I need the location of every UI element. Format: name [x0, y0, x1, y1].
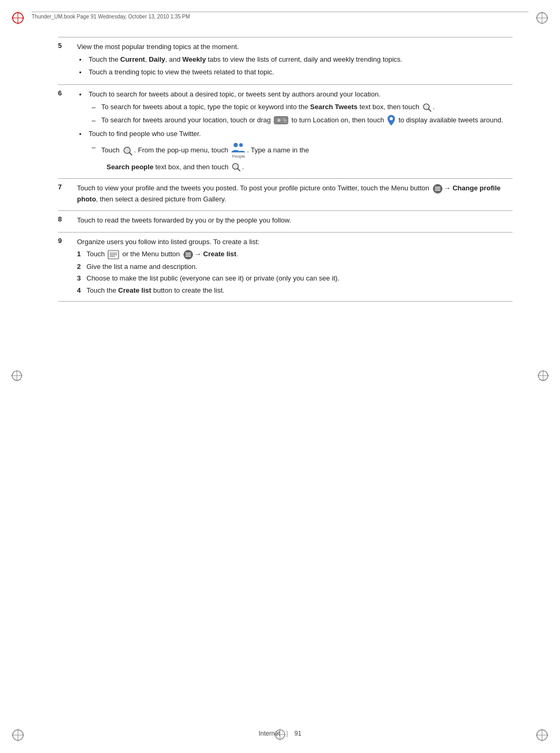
row6-bullet2: • Touch to find people who use Twitter. — [79, 129, 513, 140]
row6-subitem2: – To search for tweets around your locat… — [92, 115, 513, 126]
content-table: 5 View the most popular trending topics … — [58, 37, 513, 302]
nested-num-2: 2 — [77, 262, 84, 272]
svg-point-15 — [277, 119, 281, 122]
sub-dash: – — [92, 142, 99, 153]
nested-num-3: 3 — [77, 273, 84, 284]
row-number-8: 8 — [58, 211, 73, 233]
nested-item-3: 3 Choose to make the list public (everyo… — [77, 273, 513, 284]
reg-mark-right — [536, 369, 551, 385]
row6-people-subitem2: Search people text box, and then touch . — [107, 162, 513, 172]
row-content-7: Touch to view your profile and the tweet… — [73, 179, 513, 211]
svg-point-23 — [239, 143, 243, 147]
row6-subitem1-text: To search for tweets about a topic, type… — [101, 102, 435, 112]
bullet-dot: • — [79, 129, 86, 140]
row6-people-search-text: Search people text box, and then touch . — [107, 163, 244, 171]
row8-text: Touch to read the tweets forwarded by yo… — [77, 215, 513, 226]
bullet-dot: • — [79, 55, 86, 65]
row6-subitem2-text: To search for tweets around your locatio… — [101, 115, 503, 126]
row6-bullet1-text: Touch to search for tweets about a desir… — [89, 89, 381, 100]
row-content-9: Organize users you follow into listed gr… — [73, 232, 513, 302]
row6-subitem1: – To search for tweets about a topic, ty… — [92, 102, 513, 113]
corner-mark-tl — [9, 9, 26, 26]
sub-dash: – — [92, 115, 99, 126]
list-icon — [108, 250, 119, 259]
table-row: 8 Touch to read the tweets forwarded by … — [58, 211, 513, 233]
row-number-6: 6 — [58, 84, 73, 179]
row-content-8: Touch to read the tweets forwarded by yo… — [73, 211, 513, 233]
nested-item-2: 2 Give the list a name and description. — [77, 262, 513, 272]
bullet-dot: • — [79, 90, 86, 100]
footer-page-number: 91 — [294, 730, 301, 737]
row5-bullet1-text: Touch the Current, Daily, and Weekly tab… — [89, 54, 402, 65]
svg-point-22 — [234, 143, 238, 147]
nested-num-4: 4 — [77, 285, 84, 296]
table-row: 6 • Touch to search for tweets about a d… — [58, 84, 513, 179]
nested-item-1-text: Touch or the Menu button — [86, 249, 238, 260]
nested-item-4: 4 Touch the Create list button to create… — [77, 285, 513, 296]
row7-text: Touch to view your profile and the tweet… — [77, 183, 513, 204]
sub-dash: – — [92, 102, 99, 113]
search-icon — [422, 103, 432, 112]
people-icon-label: People — [232, 153, 245, 160]
row-content-6: • Touch to search for tweets about a des… — [73, 84, 513, 179]
menu-circle-icon — [432, 184, 443, 194]
file-info: Thunder_UM.book Page 91 Wednesday, Octob… — [32, 14, 190, 20]
corner-mark-tr — [534, 9, 551, 26]
nested-item-1: 1 Touch or the Menu button — [77, 249, 513, 260]
row6-people-subitem1: – Touch . From the pop-up menu, touch — [92, 142, 513, 160]
menu-circle-icon-2 — [183, 249, 194, 260]
content-area: 5 View the most popular trending topics … — [58, 37, 513, 711]
row5-intro: View the most popular trending topics at… — [77, 42, 513, 52]
row9-intro: Organize users you follow into listed gr… — [77, 237, 513, 247]
row6-bullet1: • Touch to search for tweets about a des… — [79, 89, 513, 100]
table-row: 9 Organize users you follow into listed … — [58, 232, 513, 302]
people-icon — [230, 142, 246, 153]
row-number-5: 5 — [58, 37, 73, 85]
row-number-9: 9 — [58, 232, 73, 302]
row6-people-subitem1-text: Touch . From the pop-up menu, touch — [101, 142, 309, 160]
svg-line-13 — [428, 109, 431, 111]
location-map-icon — [274, 115, 288, 125]
row-content-5: View the most popular trending topics at… — [73, 37, 513, 85]
header-bar: Thunder_UM.book Page 91 Wednesday, Octob… — [32, 12, 528, 20]
table-row: 5 View the most popular trending topics … — [58, 37, 513, 85]
pin-icon — [387, 115, 395, 126]
row5-bullet1: • Touch the Current, Daily, and Weekly t… — [79, 54, 513, 65]
svg-line-21 — [129, 152, 132, 155]
svg-point-19 — [390, 117, 393, 120]
reg-mark-bottom — [273, 727, 287, 744]
bullet-dot: • — [79, 67, 86, 78]
row6-bullet2-text: Touch to find people who use Twitter. — [89, 129, 201, 139]
nested-item-4-text: Touch the Create list button to create t… — [86, 285, 225, 296]
reg-mark-left — [9, 369, 24, 385]
row5-bullet2: • Touch a trending topic to view the twe… — [79, 67, 513, 78]
nested-item-3-text: Choose to make the list public (everyone… — [86, 273, 340, 284]
row-number-7: 7 — [58, 179, 73, 211]
nested-num-1: 1 — [77, 249, 84, 259]
search-end-icon — [231, 162, 241, 172]
people-icon-wrapper: People — [230, 142, 246, 160]
nested-list: 1 Touch or the Menu button — [77, 249, 513, 295]
table-row: 7 Touch to view your profile and the twe… — [58, 179, 513, 211]
svg-line-25 — [237, 169, 240, 171]
nested-item-2-text: Give the list a name and description. — [86, 262, 197, 272]
search-small-icon — [122, 146, 133, 156]
row5-bullet2-text: Touch a trending topic to view the tweet… — [89, 67, 274, 78]
